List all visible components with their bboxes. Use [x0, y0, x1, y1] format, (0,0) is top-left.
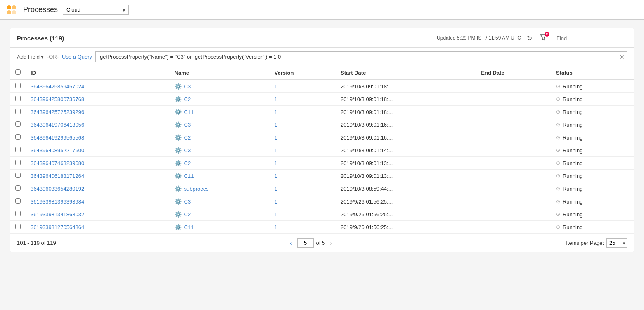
process-name[interactable]: ⚙️ C2: [175, 96, 265, 102]
row-version[interactable]: 1: [274, 109, 277, 115]
process-name[interactable]: ⚙️ C3: [175, 121, 265, 128]
row-status-cell: ⊙ Running: [551, 118, 634, 131]
row-checkbox-cell[interactable]: [10, 221, 26, 234]
row-checkbox[interactable]: [15, 147, 21, 152]
row-version[interactable]: 1: [274, 199, 277, 205]
row-id[interactable]: 364396425859457024: [31, 83, 84, 90]
row-version[interactable]: 1: [274, 122, 277, 128]
row-id[interactable]: 364396425800736768: [31, 96, 84, 102]
process-name[interactable]: ⚙️ subproces: [175, 185, 265, 192]
row-start-date: 2019/10/3 09:01:13:...: [341, 160, 393, 166]
page-input[interactable]: [297, 238, 314, 248]
total-pages: 5: [322, 240, 325, 246]
row-end-date-cell: [476, 208, 551, 221]
next-page-button[interactable]: ›: [327, 239, 334, 248]
process-icon: ⚙️: [175, 198, 182, 205]
items-per-page-select[interactable]: 10 25 50 100: [606, 238, 627, 248]
use-query-link[interactable]: Use a Query: [62, 54, 92, 60]
row-status: ⊙ Running: [556, 199, 629, 205]
status-text: Running: [563, 122, 582, 128]
row-status: ⊙ Running: [556, 135, 629, 141]
row-checkbox-cell[interactable]: [10, 118, 26, 131]
process-name[interactable]: ⚙️ C11: [175, 109, 265, 115]
env-selector-wrapper[interactable]: Cloud On-Premise: [63, 5, 129, 15]
row-checkbox[interactable]: [15, 224, 21, 229]
row-id[interactable]: 364396408952217600: [31, 147, 84, 154]
clear-query-button[interactable]: ✕: [620, 54, 625, 60]
row-checkbox-cell[interactable]: [10, 208, 26, 221]
process-name[interactable]: ⚙️ C2: [175, 211, 265, 218]
row-checkbox-cell[interactable]: [10, 93, 26, 106]
row-checkbox-cell[interactable]: [10, 80, 26, 93]
row-checkbox-cell[interactable]: [10, 170, 26, 182]
process-name[interactable]: ⚙️ C2: [175, 160, 265, 166]
refresh-button[interactable]: ↻: [525, 33, 534, 43]
select-all-checkbox[interactable]: [15, 69, 21, 75]
row-end-date-cell: [476, 182, 551, 195]
row-version[interactable]: 1: [274, 83, 277, 90]
row-name-cell: ⚙️ C3: [170, 144, 270, 157]
row-checkbox[interactable]: [15, 83, 21, 88]
row-checkbox[interactable]: [15, 185, 21, 191]
row-id[interactable]: 361933981270564864: [31, 224, 84, 230]
row-checkbox[interactable]: [15, 109, 21, 114]
process-icon: ⚙️: [175, 121, 182, 128]
row-id[interactable]: 364396419299565568: [31, 135, 84, 141]
row-id[interactable]: 364396407463239680: [31, 160, 84, 166]
row-checkbox[interactable]: [15, 173, 21, 178]
row-version[interactable]: 1: [274, 224, 277, 230]
process-name[interactable]: ⚙️ C11: [175, 224, 265, 230]
env-selector[interactable]: Cloud On-Premise: [63, 5, 129, 15]
table-row: 364396425725239296 ⚙️ C11 1 2019/10/3 09…: [10, 106, 634, 118]
process-name[interactable]: ⚙️ C3: [175, 83, 265, 90]
row-version[interactable]: 1: [274, 173, 277, 179]
row-checkbox[interactable]: [15, 121, 21, 127]
row-checkbox[interactable]: [15, 160, 21, 165]
add-field-arrow-icon: ▾: [41, 54, 44, 60]
row-start-date: 2019/10/3 08:59:44:...: [341, 186, 393, 192]
row-id[interactable]: 361933981341868032: [31, 211, 84, 218]
row-id[interactable]: 364396419706413056: [31, 122, 84, 128]
query-input[interactable]: [95, 51, 627, 62]
row-start-date-cell: 2019/9/26 01:56:25:...: [336, 195, 476, 208]
filter-button[interactable]: ✕: [538, 33, 549, 43]
process-icon: ⚙️: [175, 109, 182, 115]
find-input[interactable]: [553, 33, 627, 43]
process-name[interactable]: ⚙️ C3: [175, 198, 265, 205]
row-id[interactable]: 364396033654280192: [31, 186, 84, 192]
row-version-cell: 1: [269, 93, 335, 106]
row-name-cell: ⚙️ C2: [170, 131, 270, 144]
row-checkbox[interactable]: [15, 211, 21, 216]
row-checkbox-cell[interactable]: [10, 157, 26, 170]
row-version[interactable]: 1: [274, 96, 277, 102]
row-checkbox-cell[interactable]: [10, 144, 26, 157]
add-field-button[interactable]: Add Field ▾: [17, 54, 44, 60]
row-version[interactable]: 1: [274, 160, 277, 166]
spinner-icon: ⊙: [556, 96, 560, 102]
row-checkbox-cell[interactable]: [10, 195, 26, 208]
table-row: 364396408952217600 ⚙️ C3 1 2019/10/3 09:…: [10, 144, 634, 157]
row-checkbox-cell[interactable]: [10, 106, 26, 118]
ipp-select-wrapper[interactable]: 10 25 50 100: [606, 238, 627, 248]
process-name[interactable]: ⚙️ C3: [175, 147, 265, 154]
process-name[interactable]: ⚙️ C2: [175, 134, 265, 141]
row-version[interactable]: 1: [274, 135, 277, 141]
prev-page-button[interactable]: ‹: [287, 239, 294, 248]
row-version[interactable]: 1: [274, 211, 277, 218]
row-checkbox-cell[interactable]: [10, 182, 26, 195]
row-id[interactable]: 364396406188171264: [31, 173, 84, 179]
row-version[interactable]: 1: [274, 186, 277, 192]
row-version-cell: 1: [269, 144, 335, 157]
row-start-date: 2019/10/3 09:01:16:...: [341, 122, 393, 128]
process-name[interactable]: ⚙️ C11: [175, 173, 265, 179]
row-start-date-cell: 2019/10/3 09:01:16:...: [336, 118, 476, 131]
row-version[interactable]: 1: [274, 147, 277, 154]
row-checkbox-cell[interactable]: [10, 131, 26, 144]
row-checkbox[interactable]: [15, 134, 21, 140]
row-id[interactable]: 361933981396393984: [31, 199, 84, 205]
row-checkbox[interactable]: [15, 198, 21, 204]
row-start-date: 2019/10/3 09:01:16:...: [341, 135, 393, 141]
row-id[interactable]: 364396425725239296: [31, 109, 84, 115]
table-row: 364396419706413056 ⚙️ C3 1 2019/10/3 09:…: [10, 118, 634, 131]
row-checkbox[interactable]: [15, 96, 21, 101]
